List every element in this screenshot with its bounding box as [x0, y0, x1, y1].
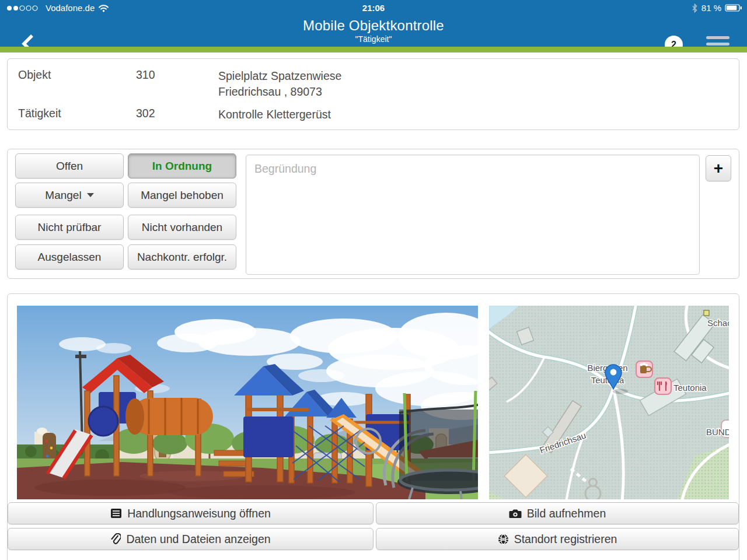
button-label: Standort registrieren: [514, 533, 617, 546]
add-note-button[interactable]: +: [706, 155, 731, 181]
status-button-nicht-vorhanden[interactable]: Nicht vorhanden: [128, 215, 236, 240]
battery-icon: [725, 4, 742, 12]
info-line: Spielplatz Spatzenwiese: [218, 68, 341, 84]
info-line: Friedrichsau , 89073: [218, 84, 341, 100]
status-button-ausgelassen[interactable]: Ausgelassen: [15, 244, 124, 270]
menu-bar: [706, 43, 729, 46]
info-code: 310: [136, 68, 218, 100]
page-title: Mobile Objektkontrolle: [0, 18, 747, 34]
status-bar: Vodafone.de 21:06 81 %: [0, 0, 747, 16]
accent-bar: [0, 47, 747, 52]
info-code: 302: [136, 107, 218, 123]
nav-bar: Mobile Objektkontrolle "Tätigkeit" 2: [0, 16, 747, 47]
caret-down-icon: [87, 193, 94, 197]
map-label-schach: Schac: [707, 318, 729, 328]
status-button-nicht-pruefbar[interactable]: Nicht prüfbar: [15, 215, 124, 240]
info-description: Spielplatz Spatzenwiese Friedrichsau , 8…: [218, 68, 341, 100]
restaurant-icon: [655, 378, 671, 394]
info-label: Objekt: [18, 68, 136, 100]
take-photo-button[interactable]: Bild aufnehmen: [376, 502, 739, 524]
clock: 21:06: [0, 3, 747, 13]
map-label-teutonia: Teutonia: [673, 383, 707, 393]
info-label: Tätigkeit: [18, 107, 136, 123]
status-button-label: Mangel: [45, 189, 81, 202]
globe-icon: [498, 534, 509, 545]
info-line: Kontrolle Klettergerüst: [218, 107, 331, 123]
info-row-objekt: Objekt 310 Spielplatz Spatzenwiese Fried…: [18, 68, 341, 100]
status-button-mangel[interactable]: Mangel: [15, 183, 124, 208]
open-instructions-button[interactable]: Handlungsanweisung öffnen: [8, 502, 374, 524]
info-row-taetigkeit: Tätigkeit 302 Kontrolle Klettergerüst: [18, 107, 331, 123]
status-button-in-ordnung[interactable]: In Ordnung: [128, 153, 236, 178]
page-subtitle: "Tätigkeit": [0, 34, 747, 44]
status-button-nachkontrolle[interactable]: Nachkontr. erfolgr.: [128, 244, 236, 270]
button-label: Bild aufnehmen: [527, 507, 606, 520]
status-button-mangel-behoben[interactable]: Mangel behoben: [128, 183, 236, 208]
menu-bar: [706, 36, 729, 39]
info-description: Kontrolle Klettergerüst: [218, 107, 331, 123]
register-location-button[interactable]: Standort registrieren: [376, 528, 739, 550]
map-label-bund: BUND: [706, 427, 729, 437]
battery-percent: 81 %: [701, 3, 721, 13]
camera-icon: [509, 509, 522, 519]
button-label: Handlungsanweisung öffnen: [127, 507, 271, 520]
show-files-button[interactable]: Daten und Dateien anzeigen: [8, 528, 374, 550]
paperclip-icon: [110, 533, 121, 545]
instruction-list-icon: [110, 508, 122, 519]
app-screen: Vodafone.de 21:06 81 % Mobile Ob: [0, 0, 747, 560]
status-button-offen[interactable]: Offen: [15, 153, 124, 178]
map-view[interactable]: Biergarten Teutonia Teutonia Schac BUND …: [489, 306, 729, 499]
playground-photo[interactable]: [17, 306, 478, 499]
button-label: Daten und Dateien anzeigen: [126, 533, 270, 546]
bluetooth-icon: [692, 4, 698, 13]
beer-garden-icon: [636, 361, 652, 377]
status-controls-panel: Offen In Ordnung Mangel Mangel behoben N…: [7, 149, 739, 279]
begruendung-textarea[interactable]: [246, 155, 700, 275]
object-info-panel: Objekt 310 Spielplatz Spatzenwiese Fried…: [7, 58, 739, 130]
